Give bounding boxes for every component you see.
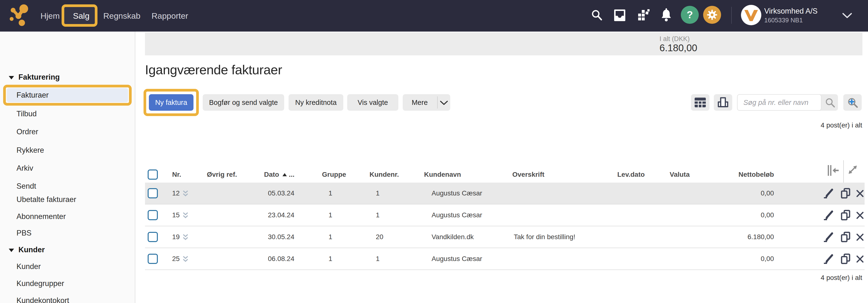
nav-item-rapporter[interactable]: Rapporter xyxy=(152,0,188,32)
notifications-bell-icon[interactable] xyxy=(660,8,672,22)
cell-nr: 25 xyxy=(172,248,180,270)
sort-asc-icon xyxy=(282,173,287,176)
grid-view-button[interactable] xyxy=(691,94,709,111)
select-all-checkbox[interactable] xyxy=(148,169,158,180)
column-header-ovrig-ref[interactable]: Øvrig ref. xyxy=(207,167,237,182)
edit-pencil-icon[interactable] xyxy=(824,188,835,199)
row-menu-chevrons-icon[interactable] xyxy=(182,190,189,197)
nav-item-regnskab[interactable]: Regnskab xyxy=(103,0,141,32)
cell-nettobelob: 0,00 xyxy=(716,248,774,270)
copy-icon[interactable] xyxy=(841,231,850,242)
sidebar-section-fakturering[interactable]: Fakturering xyxy=(9,72,60,83)
cell-nettobelob: 0,00 xyxy=(716,204,774,226)
sidebar-item-kunder[interactable]: Kunder xyxy=(17,261,41,272)
cell-kundenr: 20 xyxy=(376,226,383,248)
column-header-dato[interactable]: Dato... xyxy=(264,167,294,182)
sidebar-item-sendt[interactable]: Sendt xyxy=(17,181,36,192)
edit-pencil-icon[interactable] xyxy=(824,253,835,264)
inbox-icon[interactable] xyxy=(613,9,626,21)
show-selected-button[interactable]: Vis valgte xyxy=(347,94,398,111)
post-and-send-button[interactable]: Bogfør og send valgte xyxy=(203,94,284,111)
advanced-search-button[interactable] xyxy=(843,94,862,111)
cell-dato: 30.05.24 xyxy=(268,226,294,248)
cell-dato: 23.04.24 xyxy=(268,204,294,226)
visma-v-icon xyxy=(743,8,759,22)
more-button-divider xyxy=(437,97,438,109)
row-menu-chevrons-icon[interactable] xyxy=(182,212,189,219)
row-checkbox[interactable] xyxy=(148,254,158,264)
delete-x-icon[interactable] xyxy=(856,211,864,219)
expand-list-icon[interactable] xyxy=(847,164,858,175)
sidebar-section-kunder[interactable]: Kunder xyxy=(9,245,45,255)
column-header-overskrift[interactable]: Overskrift xyxy=(512,167,544,182)
chevron-down-icon[interactable] xyxy=(842,12,852,19)
cell-kundenavn: Augustus Cæsar xyxy=(432,248,482,270)
column-header-nettobelob[interactable]: Nettobeløb xyxy=(716,167,774,182)
top-navigation-bar: Hjem Salg Regnskab Rapporter xyxy=(0,0,868,32)
collapse-columns-icon[interactable] xyxy=(827,165,839,176)
search-input[interactable] xyxy=(737,94,822,111)
section-collapse-icon xyxy=(9,76,14,79)
print-button[interactable] xyxy=(714,94,732,111)
chevron-down-icon[interactable] xyxy=(440,101,448,105)
edit-pencil-icon[interactable] xyxy=(824,231,835,242)
cell-kundenavn: Augustus Cæsar xyxy=(432,204,482,226)
more-button-label: Mere xyxy=(403,94,437,111)
cell-dato: 06.08.24 xyxy=(268,248,294,270)
delete-x-icon[interactable] xyxy=(856,255,864,263)
cell-gruppe: 1 xyxy=(329,248,333,270)
settings-gear-icon[interactable] xyxy=(703,6,721,24)
nav-item-hjem[interactable]: Hjem xyxy=(40,0,60,32)
copy-icon[interactable] xyxy=(841,253,850,264)
copy-icon[interactable] xyxy=(841,188,850,199)
search-submit-icon[interactable] xyxy=(825,98,836,108)
section-collapse-icon xyxy=(9,249,14,252)
cell-gruppe: 1 xyxy=(329,204,333,226)
sidebar: Fakturering Fakturaer Tilbud Ordrer Rykk… xyxy=(0,32,135,303)
row-menu-chevrons-icon[interactable] xyxy=(182,233,189,241)
cell-nr: 12 xyxy=(172,183,180,204)
app-logo-icon[interactable] xyxy=(8,4,33,26)
sidebar-item-rykkere[interactable]: Rykkere xyxy=(17,145,44,156)
sidebar-item-pbs[interactable]: PBS xyxy=(17,228,32,239)
column-header-gruppe[interactable]: Gruppe xyxy=(322,167,346,182)
zoom-in-icon xyxy=(847,97,858,108)
header-icons-divider xyxy=(843,160,844,183)
delete-x-icon[interactable] xyxy=(856,233,864,241)
records-count-bottom: 4 post(er) i alt xyxy=(761,274,862,282)
new-credit-note-button[interactable]: Ny kreditnota xyxy=(288,94,343,111)
edit-pencil-icon[interactable] xyxy=(824,210,835,220)
row-checkbox[interactable] xyxy=(148,232,158,242)
row-checkbox[interactable] xyxy=(148,188,158,198)
row-menu-chevrons-icon[interactable] xyxy=(182,255,189,263)
company-number: 1605339 NB1 xyxy=(764,17,803,24)
column-header-kundenavn[interactable]: Kundenavn xyxy=(424,167,461,182)
cell-kundenr: 1 xyxy=(376,204,380,226)
more-button[interactable]: Mere xyxy=(403,94,450,111)
delete-x-icon[interactable] xyxy=(856,189,864,198)
sidebar-item-kundegrupper[interactable]: Kundegrupper xyxy=(17,278,64,289)
cell-kundenavn: Augustus Cæsar xyxy=(432,183,482,204)
help-icon[interactable]: ? xyxy=(681,6,699,24)
highlight-annotation-ny-faktura xyxy=(144,89,199,116)
apps-grid-icon[interactable] xyxy=(638,9,650,22)
page-title: Igangværende fakturaer xyxy=(145,62,282,77)
sidebar-item-tilbud[interactable]: Tilbud xyxy=(17,109,37,119)
row-checkbox[interactable] xyxy=(148,210,158,220)
sidebar-item-arkiv[interactable]: Arkiv xyxy=(17,163,33,173)
highlight-annotation-fakturaer xyxy=(3,85,132,106)
column-header-lev-dato[interactable]: Lev.dato xyxy=(617,167,645,182)
column-header-nr[interactable]: Nr. xyxy=(172,167,181,182)
column-header-kundenr[interactable]: Kundenr. xyxy=(370,167,399,182)
sidebar-item-abonnementer[interactable]: Abonnementer xyxy=(17,211,66,222)
copy-icon[interactable] xyxy=(841,210,850,220)
sidebar-item-kundekontokort[interactable]: Kundekontokort xyxy=(17,295,69,303)
search-icon[interactable] xyxy=(591,9,603,21)
topbar-divider xyxy=(731,7,732,24)
sidebar-item-ubetalte-fakturaer[interactable]: Ubetalte fakturaer xyxy=(17,194,76,205)
column-header-valuta[interactable]: Valuta xyxy=(670,167,689,182)
cell-gruppe: 1 xyxy=(329,226,333,248)
search-control xyxy=(737,94,838,111)
company-avatar[interactable] xyxy=(741,5,761,25)
sidebar-item-ordrer[interactable]: Ordrer xyxy=(17,127,38,137)
